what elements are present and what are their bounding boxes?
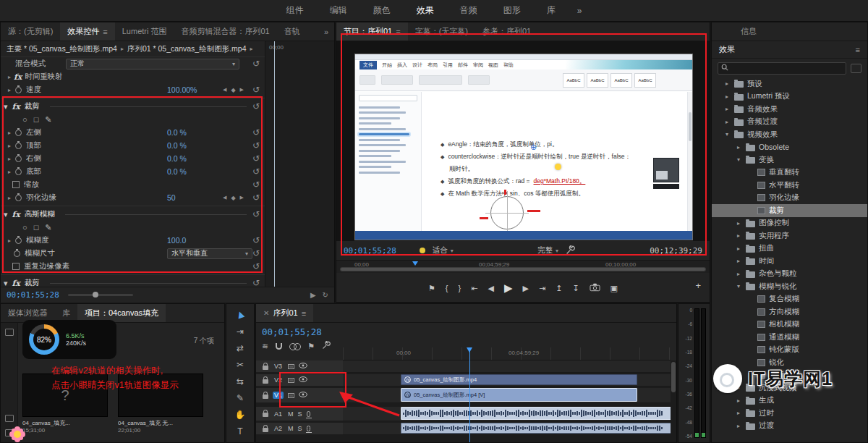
blend-mode-select[interactable]: 正常▾ <box>66 59 239 69</box>
param-value[interactable]: 0.0 % <box>167 154 187 163</box>
twirl-icon[interactable]: ▸ <box>723 106 731 112</box>
download-progress-widget[interactable]: 82% 6.5K/s 240K/s <box>22 320 116 359</box>
track-lane[interactable]: fx 05_canvas_绘制图形.mp4 <box>343 374 671 387</box>
twirl-icon[interactable]: ▾ <box>4 210 8 219</box>
stopwatch-icon[interactable] <box>15 195 22 201</box>
param-value[interactable]: 50 <box>167 193 176 202</box>
effect-tree-item[interactable]: 垂直翻转 <box>712 166 867 180</box>
track-target-badge[interactable]: V3 <box>273 363 284 370</box>
sync-lock-icon[interactable] <box>288 364 294 369</box>
effect-tree-item[interactable]: 通道模糊 <box>712 331 867 344</box>
clip-a1-audio[interactable] <box>401 407 672 420</box>
current-timecode[interactable]: 00;01;55;28 <box>7 290 59 300</box>
twirl-icon[interactable]: ▸ <box>723 119 731 125</box>
stopwatch-icon[interactable] <box>15 87 22 93</box>
effect-tree-item[interactable]: 裁剪 <box>712 204 867 217</box>
add-keyframe-icon[interactable]: ◆ <box>231 195 235 201</box>
icon-view-icon[interactable] <box>5 429 14 436</box>
twirl-icon[interactable]: ▸ <box>5 130 14 136</box>
twirl-icon[interactable]: ▸ <box>735 144 742 151</box>
mute-button[interactable]: M <box>288 425 294 432</box>
create-ellipse-mask-icon[interactable]: ○ <box>22 115 27 124</box>
loop-icon[interactable]: ↻ <box>323 291 328 299</box>
stopwatch-icon[interactable] <box>15 143 22 149</box>
workspace-tab[interactable]: 组件 <box>286 4 304 17</box>
track-lane[interactable]: fx 05_canvas_绘制图形.mp4 [V] <box>343 388 671 403</box>
twirl-icon[interactable]: ▸ <box>735 423 742 429</box>
twirl-icon[interactable]: ▸ <box>735 410 742 416</box>
reset-icon[interactable]: ↺ <box>252 141 260 150</box>
twirl-icon[interactable]: ▸ <box>735 384 742 391</box>
track-lane[interactable] <box>343 423 671 435</box>
chevron-right-icon[interactable]: ▸ <box>121 46 124 52</box>
create-rect-mask-icon[interactable]: □ <box>34 223 39 232</box>
mini-timeline-playhead[interactable] <box>274 41 275 287</box>
twirl-icon[interactable]: ▸ <box>735 258 742 264</box>
effect-type-badge-icon[interactable] <box>851 64 861 73</box>
stopwatch-icon[interactable] <box>14 250 20 257</box>
panel-tab[interactable]: Lumetri 范围≡ <box>115 22 174 41</box>
list-view-icon[interactable] <box>5 415 14 422</box>
track-target-badge[interactable]: V1 <box>273 392 284 399</box>
gaussian-blur-effect-header[interactable]: ▾ fx 高斯模糊 ↺ <box>1 208 265 221</box>
twirl-icon[interactable]: ▾ <box>4 102 8 111</box>
slip-tool[interactable]: ⇆ <box>237 377 244 386</box>
effect-tree-item[interactable]: ▸ 过渡 <box>712 420 867 433</box>
param-value[interactable]: 100.0 <box>167 236 186 245</box>
reset-icon[interactable]: ↺ <box>252 167 260 176</box>
panel-menu-icon[interactable]: ≡ <box>302 309 306 318</box>
play-audio-icon[interactable]: ▶ <box>310 291 316 299</box>
panel-tab[interactable]: 字幕：(无字幕)≡ <box>408 22 475 41</box>
export-frame-icon[interactable] <box>590 283 600 293</box>
mark-out-icon[interactable]: } <box>459 284 461 292</box>
lock-icon[interactable] <box>263 395 268 399</box>
twirl-icon[interactable]: ▸ <box>5 87 14 93</box>
effect-tree-item[interactable]: ▸ 时间 <box>712 255 867 268</box>
ripple-edit-tool[interactable]: ⇄ <box>237 344 244 353</box>
toggle-track-output-eye-icon[interactable] <box>299 363 307 370</box>
clip-v2[interactable]: fx 05_canvas_绘制图形.mp4 <box>401 374 637 385</box>
type-tool[interactable]: T <box>237 427 242 436</box>
twirl-icon[interactable]: ▸ <box>735 397 742 404</box>
effect-tree-item[interactable]: 水平翻转 <box>712 179 867 192</box>
panel-menu-icon[interactable]: ≡ <box>856 46 860 54</box>
mute-button[interactable]: M <box>288 410 294 418</box>
next-keyframe-icon[interactable]: ▶ <box>240 87 244 93</box>
twirl-icon[interactable]: ▾ <box>735 283 742 290</box>
twirl-icon[interactable]: ▸ <box>5 237 14 244</box>
workspace-tab[interactable]: 音频 <box>460 4 477 17</box>
twirl-icon[interactable]: ▸ <box>723 80 731 87</box>
param-value[interactable]: 0.0 % <box>167 128 187 137</box>
pen-tool[interactable]: ✎ <box>237 394 244 402</box>
go-to-in-icon[interactable]: ⇤ <box>471 284 477 293</box>
effects-panel-title[interactable]: 效果 <box>719 44 735 55</box>
speed-value[interactable]: 100.00% <box>167 85 197 94</box>
add-marker-icon[interactable]: ⚑ <box>428 284 435 293</box>
twirl-icon[interactable]: ▸ <box>735 245 742 252</box>
bin-icon[interactable] <box>5 329 14 336</box>
tab-overflow-icon[interactable]: » <box>318 28 334 36</box>
stopwatch-icon[interactable] <box>15 156 22 162</box>
button-editor-plus-icon[interactable]: + <box>695 280 701 291</box>
solo-button[interactable]: S <box>298 425 302 432</box>
effect-tree-item[interactable]: 相机模糊 <box>712 318 867 332</box>
effect-tree-item[interactable]: ▸ 过时 <box>712 407 867 420</box>
track-target-badge[interactable]: V2 <box>273 376 284 384</box>
effects-search-input[interactable] <box>731 64 843 72</box>
reset-icon[interactable]: ↺ <box>252 262 260 271</box>
create-ellipse-mask-icon[interactable]: ○ <box>22 223 27 232</box>
workspace-tab[interactable]: 颜色 <box>373 4 391 17</box>
track-lane[interactable] <box>343 360 671 373</box>
create-rect-mask-icon[interactable]: □ <box>34 115 39 124</box>
hand-tool[interactable]: ✋ <box>235 410 246 419</box>
comparison-view-icon[interactable]: ▣ <box>610 284 618 293</box>
linked-selection-icon[interactable] <box>289 343 300 350</box>
effect-tree-item[interactable]: ▸ 沉浸式视频 <box>712 381 867 395</box>
effect-tree-item[interactable]: 方向模糊 <box>712 305 867 318</box>
effect-tree-item[interactable]: ▸ Lumetri 预设 <box>712 90 867 104</box>
reset-icon[interactable]: ↺ <box>252 85 260 94</box>
effect-tree-item[interactable]: ▸ 音频效果 <box>712 103 867 116</box>
prev-keyframe-icon[interactable]: ◀ <box>223 87 226 93</box>
effect-tree-item[interactable]: ▸ 生成 <box>712 395 867 408</box>
lock-icon[interactable] <box>263 428 268 432</box>
